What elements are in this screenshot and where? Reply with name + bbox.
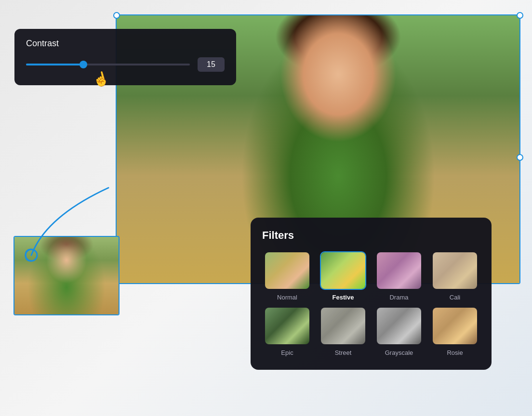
- filter-thumb-rosie: [432, 307, 478, 345]
- contrast-slider-track[interactable]: [26, 64, 190, 65]
- handle-top-right[interactable]: [517, 12, 523, 19]
- filter-item-epic[interactable]: Epic: [262, 307, 312, 356]
- filter-item-festive[interactable]: Festive: [318, 251, 368, 301]
- filter-label-street: Street: [335, 349, 352, 356]
- pen-tool-arrow: [17, 178, 123, 265]
- filter-thumb-street: [320, 307, 366, 345]
- filter-item-normal[interactable]: Normal: [262, 251, 312, 301]
- filter-label-epic: Epic: [281, 349, 293, 356]
- filter-item-grayscale[interactable]: Grayscale: [374, 307, 424, 356]
- filter-label-normal: Normal: [277, 294, 297, 301]
- filter-thumb-cali: [432, 251, 478, 290]
- filters-grid: Normal Festive Drama Ca: [262, 251, 480, 356]
- scene: Contrast 15 ☝ Filters Normal: [0, 0, 532, 416]
- filter-img-street: [321, 308, 365, 344]
- filter-img-epic: [265, 308, 309, 344]
- filter-item-rosie[interactable]: Rosie: [430, 307, 480, 356]
- filters-panel: Filters Normal Festive Dr: [251, 218, 492, 370]
- filter-label-rosie: Rosie: [447, 349, 463, 356]
- contrast-value: 15: [198, 57, 225, 72]
- filter-label-cali: Cali: [450, 294, 460, 301]
- contrast-label: Contrast: [26, 39, 225, 49]
- handle-middle-right[interactable]: [517, 154, 523, 161]
- slider-fill: [26, 64, 83, 65]
- slider-row: 15: [26, 57, 225, 72]
- filters-title: Filters: [262, 229, 480, 242]
- filter-item-street[interactable]: Street: [318, 307, 368, 356]
- filter-label-grayscale: Grayscale: [385, 349, 413, 356]
- filter-img-normal: [265, 252, 309, 289]
- filter-item-cali[interactable]: Cali: [430, 251, 480, 301]
- filter-img-cali: [433, 252, 477, 289]
- filter-img-grayscale: [377, 308, 421, 344]
- filter-img-rosie: [433, 308, 477, 344]
- filter-item-drama[interactable]: Drama: [374, 251, 424, 301]
- handle-top-left[interactable]: [113, 12, 120, 19]
- filter-thumb-grayscale: [376, 307, 422, 345]
- filter-label-festive: Festive: [332, 294, 354, 301]
- filter-img-festive: [321, 252, 365, 289]
- filter-label-drama: Drama: [389, 294, 408, 301]
- filter-img-drama: [377, 252, 421, 289]
- contrast-panel: Contrast 15: [14, 29, 236, 85]
- filter-thumb-epic: [264, 307, 310, 345]
- filter-thumb-normal: [264, 251, 310, 290]
- filter-thumb-festive: [320, 251, 366, 290]
- filter-thumb-drama: [376, 251, 422, 290]
- slider-thumb[interactable]: [80, 61, 87, 68]
